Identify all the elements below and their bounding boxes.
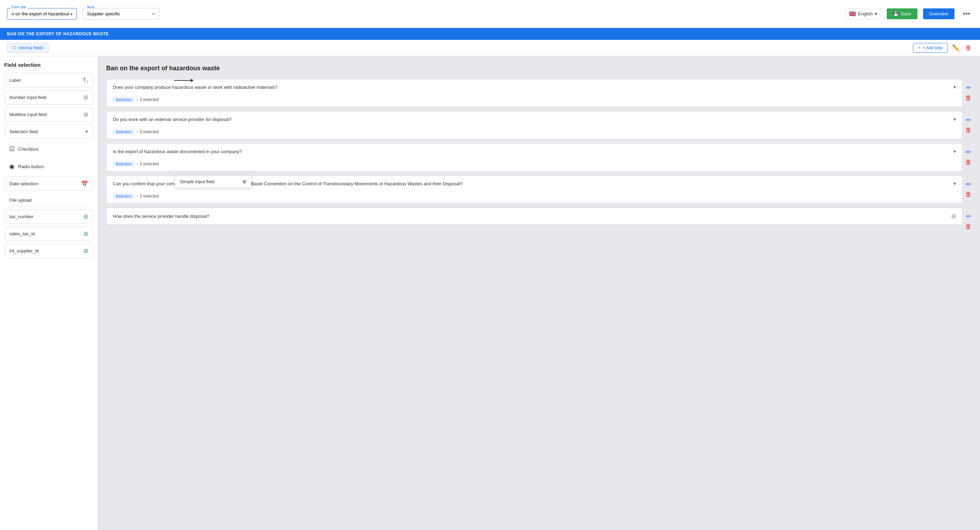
question-card-3: Is the export of hazardous waste documen… <box>106 143 963 171</box>
question-card-header-2[interactable]: Do you work with an external service pro… <box>107 112 962 127</box>
sidebar-item-sales-tax[interactable]: sales_tax_id ⊞ <box>4 227 93 241</box>
selection-chevron-1: › <box>136 98 137 102</box>
chevron-icon-2: ▾ <box>953 117 956 122</box>
language-selector[interactable]: 🇬🇧 English ▾ <box>845 8 881 19</box>
selection-icon: ▾ <box>85 128 88 135</box>
selection-label-4: Selection <box>113 193 134 199</box>
question-card-header-3[interactable]: Is the export of hazardous waste documen… <box>107 144 962 159</box>
internal-fields-button[interactable]: 🛡 Internal fields <box>7 43 49 53</box>
row-actions-1: ✏ 🗑 <box>965 79 972 102</box>
more-options-button[interactable]: ••• <box>960 8 973 19</box>
sidebar-item-multiline[interactable]: Multiline input field ⊞ <box>4 107 93 122</box>
edit-step-button[interactable]: ✏️ <box>951 43 961 53</box>
delete-question-3[interactable]: 🗑 <box>965 159 972 166</box>
language-label: English <box>858 11 873 16</box>
form-title-group: Form title <box>7 8 77 19</box>
tax-number-icon: ⊞ <box>83 213 88 220</box>
form-title-input[interactable] <box>7 8 77 19</box>
question-card-2: Do you work with an external service pro… <box>106 111 963 139</box>
text-icon: TT <box>83 77 88 83</box>
question-text-3: Is the export of hazardous waste documen… <box>113 149 953 154</box>
sidebar-item-int-supplier[interactable]: int_supplier_id ⊞ <box>4 244 93 258</box>
chevron-down-icon: ▾ <box>875 11 877 16</box>
calendar-icon: 📅 <box>81 180 88 187</box>
question-row-2: Do you work with an external service pro… <box>106 111 972 142</box>
question-row-5: How does the service provider handle dis… <box>106 208 972 230</box>
edit-question-2[interactable]: ✏ <box>965 116 972 124</box>
row-actions-2: ✏ 🗑 <box>965 111 972 134</box>
edit-question-4[interactable]: ✏ <box>965 180 972 188</box>
input-card-icon: ⊞ <box>951 213 956 220</box>
tooltip-arrow <box>174 80 193 81</box>
selection-chevron-3: › <box>136 162 137 166</box>
question-card-1: Does your company produce hazardous wast… <box>106 79 963 107</box>
tax-number-label: tax_number <box>10 214 33 219</box>
checkbox-icon: ☑ <box>9 145 15 153</box>
content-title: Ban on the export of hazardous waste <box>106 65 972 72</box>
selection-count-2: 3 selected <box>140 129 159 134</box>
content-area: Ban on the export of hazardous waste Doe… <box>98 56 980 530</box>
edit-question-1[interactable]: ✏ <box>965 84 972 92</box>
radio-label: Radio button <box>18 164 44 169</box>
area-dropdown[interactable]: Supplier specific Internal External <box>83 8 159 19</box>
selection-count-1: 3 selected <box>140 97 159 102</box>
number-input-icon: ⊞ <box>83 94 88 101</box>
int-supplier-label: int_supplier_id <box>10 248 39 254</box>
question-card-5: How does the service provider handle dis… <box>106 208 963 225</box>
edit-question-3[interactable]: ✏ <box>965 148 972 156</box>
radio-icon: ◉ <box>9 163 15 170</box>
question-card-header-1[interactable]: Does your company produce hazardous wast… <box>107 79 962 95</box>
sidebar-item-number-input[interactable]: Number input field ⊞ <box>4 90 93 105</box>
sidebar-item-label[interactable]: Label TT <box>4 73 93 88</box>
delete-question-1[interactable]: 🗑 <box>965 94 972 102</box>
row-actions-4: ✏ 🗑 <box>965 176 972 198</box>
plus-icon: + <box>918 45 921 50</box>
delete-question-5[interactable]: 🗑 <box>965 223 972 230</box>
edit-question-5[interactable]: ✏ <box>965 212 972 220</box>
sidebar-item-selection[interactable]: Selection field ▾ <box>4 125 93 139</box>
selection-chevron-2: › <box>136 130 137 134</box>
save-button[interactable]: 💾 Save <box>887 8 918 19</box>
row-actions-5: ✏ 🗑 <box>965 208 972 230</box>
area-select-group: Area Supplier specific Internal External <box>83 8 159 19</box>
selection-footer-2: Selection › 3 selected <box>107 127 962 139</box>
step-bar: BAN ON THE EXPORT OF HAZARDOUS WASTE <box>0 28 980 40</box>
chevron-icon-3: ▾ <box>953 148 956 154</box>
sidebar: Field selection Label TT Number input fi… <box>0 56 98 530</box>
sidebar-item-tax-number[interactable]: tax_number ⊞ <box>4 209 93 224</box>
selection-label-1: Selection <box>113 97 134 102</box>
selection-count-4: 3 selected <box>140 194 159 199</box>
delete-question-2[interactable]: 🗑 <box>965 126 972 134</box>
int-supplier-icon: ⊞ <box>83 247 88 254</box>
form-title-label: Form title <box>11 5 27 9</box>
overview-button[interactable]: Overview <box>923 8 955 19</box>
question-card-header-5[interactable]: How does the service provider handle dis… <box>107 208 962 224</box>
selection-footer-4: Selection › 3 selected <box>107 191 962 203</box>
simple-input-label: Simple input field <box>180 179 215 184</box>
selection-label-2: Selection <box>113 129 134 135</box>
delete-step-button[interactable]: 🗑 <box>964 43 973 53</box>
question-text-5: How does the service provider handle dis… <box>113 214 951 219</box>
shield-icon: 🛡 <box>12 45 16 50</box>
area-label: Area <box>86 5 95 9</box>
question-row-3: Is the export of hazardous waste documen… <box>106 143 972 174</box>
main-layout: Field selection Label TT Number input fi… <box>0 56 980 530</box>
add-step-button[interactable]: + + Add step <box>913 43 948 53</box>
flag-icon: 🇬🇧 <box>849 11 856 17</box>
sidebar-title: Field selection <box>4 62 93 68</box>
sales-tax-label: sales_tax_id <box>10 231 35 236</box>
selection-chevron-4: › <box>136 195 137 198</box>
step-title: BAN ON THE EXPORT OF HAZARDOUS WASTE <box>7 32 109 36</box>
simple-input-icon: ⊞ <box>242 179 246 184</box>
sidebar-item-checkbox[interactable]: ☑ Checkbox <box>4 142 93 156</box>
delete-question-4[interactable]: 🗑 <box>965 191 972 198</box>
sidebar-item-radio[interactable]: ◉ Radio button <box>4 159 93 174</box>
simple-input-tooltip[interactable]: Simple input field ⊞ <box>175 175 251 188</box>
sidebar-item-date[interactable]: Date selection 📅 <box>4 177 93 191</box>
checkbox-label: Checkbox <box>18 147 38 152</box>
save-icon: 💾 <box>893 11 899 16</box>
sidebar-item-file-upload[interactable]: File upload <box>4 194 93 207</box>
question-text-1: Does your company produce hazardous wast… <box>113 85 953 90</box>
question-row-1: Does your company produce hazardous wast… <box>106 79 972 110</box>
action-bar: 🛡 Internal fields + + Add step ✏️ 🗑 <box>0 40 980 56</box>
